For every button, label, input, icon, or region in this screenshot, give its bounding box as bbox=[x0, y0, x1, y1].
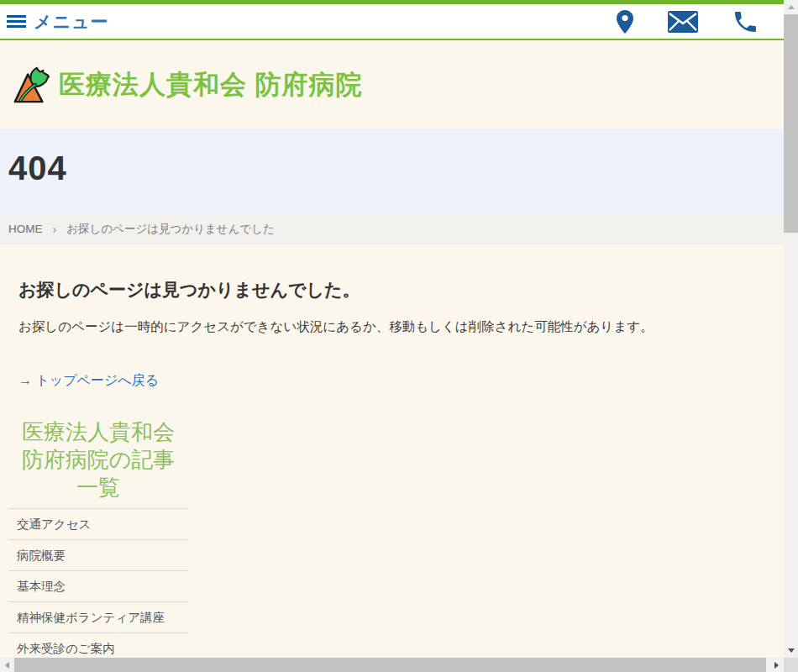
site-title[interactable]: 医療法人貴和会 防府病院 bbox=[59, 67, 363, 102]
article-list: 交通アクセス 病院概要 基本理念 精神保健ボランティア講座 外来受診のご案内 bbox=[8, 508, 188, 658]
utility-icons bbox=[616, 8, 774, 35]
article-list-heading-line: 一覧 bbox=[8, 474, 188, 501]
list-item[interactable]: 基本理念 bbox=[8, 571, 188, 602]
menu-button[interactable]: メニュー bbox=[7, 10, 108, 34]
scroll-up-button[interactable] bbox=[784, 0, 798, 14]
chevron-left-icon bbox=[5, 662, 9, 669]
breadcrumb-separator: › bbox=[53, 223, 57, 236]
article-list-heading: 医療法人貴和会 防府病院の記事 一覧 bbox=[8, 418, 188, 501]
back-to-top-link[interactable]: → トップページへ戻る bbox=[18, 372, 159, 390]
article-list-heading-line: 防府病院の記事 bbox=[8, 446, 188, 474]
site-header: 医療法人貴和会 防府病院 bbox=[0, 40, 784, 129]
page: メニュー bbox=[0, 0, 784, 658]
article-list-widget: 医療法人貴和会 防府病院の記事 一覧 交通アクセス 病院概要 基本理念 精神保健… bbox=[8, 418, 188, 658]
mail-icon[interactable] bbox=[668, 11, 698, 33]
list-item[interactable]: 外来受診のご案内 bbox=[8, 633, 188, 658]
breadcrumb-current: お探しのページは見つかりませんでした bbox=[66, 222, 275, 237]
site-logo-icon[interactable] bbox=[12, 65, 50, 105]
main-content: お探しのページは見つかりませんでした。 お探しのページは一時的にアクセスができな… bbox=[0, 278, 784, 658]
not-found-description: お探しのページは一時的にアクセスができない状況にあるか、移動もしくは削除された可… bbox=[18, 317, 784, 337]
breadcrumb: HOME › お探しのページは見つかりませんでした bbox=[0, 213, 784, 244]
list-item[interactable]: 交通アクセス bbox=[8, 509, 188, 540]
chevron-right-icon bbox=[774, 662, 779, 669]
scroll-left-button[interactable] bbox=[0, 658, 14, 672]
chevron-up-icon bbox=[788, 5, 795, 9]
menu-label: メニュー bbox=[34, 10, 108, 34]
list-item[interactable]: 精神保健ボランティア講座 bbox=[8, 602, 188, 633]
page-title: 404 bbox=[0, 129, 784, 187]
breadcrumb-home-link[interactable]: HOME bbox=[8, 223, 43, 235]
horizontal-scrollbar-thumb[interactable] bbox=[14, 658, 766, 672]
hamburger-icon bbox=[7, 13, 26, 30]
utility-bar: メニュー bbox=[0, 4, 784, 40]
chevron-down-icon bbox=[788, 648, 795, 653]
page-title-band: 404 bbox=[0, 129, 784, 213]
location-pin-icon[interactable] bbox=[616, 9, 634, 34]
scroll-down-button[interactable] bbox=[784, 643, 798, 658]
vertical-scrollbar[interactable] bbox=[784, 0, 798, 658]
list-item[interactable]: 病院概要 bbox=[8, 540, 188, 571]
vertical-scrollbar-thumb[interactable] bbox=[784, 14, 798, 233]
article-list-heading-line: 医療法人貴和会 bbox=[8, 418, 188, 446]
scroll-right-button[interactable] bbox=[769, 658, 784, 672]
not-found-heading: お探しのページは見つかりませんでした。 bbox=[18, 278, 784, 302]
scrollbar-corner bbox=[784, 658, 798, 672]
horizontal-scrollbar[interactable] bbox=[0, 658, 784, 672]
phone-icon[interactable] bbox=[732, 8, 759, 35]
